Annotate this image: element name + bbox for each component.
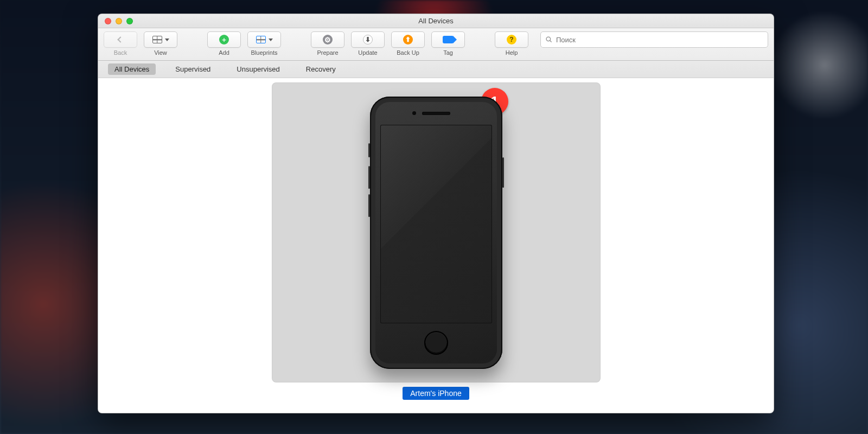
search-group <box>540 31 768 48</box>
prepare-group: ⚙ Prepare <box>311 31 344 56</box>
update-label: Update <box>358 49 377 56</box>
add-label: Add <box>219 49 229 56</box>
scope-bar: All Devices Supervised Unsupervised Reco… <box>98 61 774 78</box>
help-button[interactable]: ? <box>495 31 528 48</box>
phone-camera-icon <box>412 111 416 115</box>
backup-button[interactable]: ⬆ <box>391 31 425 48</box>
traffic-lights <box>105 18 133 24</box>
close-window-button[interactable] <box>105 18 111 24</box>
zoom-window-button[interactable] <box>126 18 133 24</box>
help-icon: ? <box>507 35 516 44</box>
tag-group: Tag <box>431 31 465 56</box>
view-label: View <box>154 49 167 56</box>
phone-volume-down-icon <box>368 194 370 217</box>
gear-icon: ⚙ <box>323 35 333 44</box>
blueprints-label: Blueprints <box>251 49 278 56</box>
svg-line-1 <box>550 41 552 42</box>
back-group: Back <box>104 31 137 56</box>
phone-screen-icon <box>380 125 492 323</box>
scope-all-devices[interactable]: All Devices <box>108 63 156 75</box>
toolbar: Back View ＋ Add Blueprints <box>98 28 774 61</box>
svg-point-0 <box>546 37 551 41</box>
blueprint-icon <box>256 36 266 43</box>
app-window: All Devices Back View ＋ Add <box>98 14 774 413</box>
backup-label: Back Up <box>397 49 419 56</box>
prepare-button[interactable]: ⚙ <box>311 31 344 48</box>
prepare-label: Prepare <box>317 49 338 56</box>
titlebar: All Devices <box>98 14 774 28</box>
search-input[interactable] <box>556 36 763 44</box>
chevron-down-icon <box>165 39 169 41</box>
window-title: All Devices <box>98 17 774 25</box>
add-button[interactable]: ＋ <box>207 31 241 48</box>
view-button[interactable] <box>144 31 177 48</box>
scope-recovery[interactable]: Recovery <box>299 63 342 75</box>
help-group: ? Help <box>495 31 528 56</box>
chevron-left-icon <box>117 36 123 42</box>
device-name-label[interactable]: Artem's iPhone <box>403 387 469 400</box>
phone-mute-switch-icon <box>368 143 370 157</box>
blueprints-button[interactable] <box>247 31 281 48</box>
scope-supervised[interactable]: Supervised <box>169 63 217 75</box>
back-button[interactable] <box>104 31 137 48</box>
tag-icon <box>443 36 454 43</box>
plus-icon: ＋ <box>219 35 229 44</box>
blueprints-group: Blueprints <box>247 31 281 56</box>
add-group: ＋ Add <box>207 31 241 56</box>
search-field[interactable] <box>540 31 768 48</box>
update-group: ⬇ Update <box>351 31 385 56</box>
help-label: Help <box>506 49 518 56</box>
scope-unsupervised[interactable]: Unsupervised <box>230 63 286 75</box>
back-label: Back <box>114 49 127 56</box>
chevron-down-icon <box>269 39 273 41</box>
upload-icon: ⬆ <box>403 35 413 44</box>
download-icon: ⬇ <box>363 35 373 44</box>
backup-group: ⬆ Back Up <box>391 31 425 56</box>
phone-power-button-icon <box>502 157 504 188</box>
search-icon <box>545 36 553 43</box>
phone-speaker-icon <box>422 112 450 115</box>
content-area: 1 Artem's iPhone <box>98 78 774 413</box>
phone-volume-up-icon <box>368 166 370 189</box>
view-group: View <box>144 31 177 56</box>
update-button[interactable]: ⬇ <box>351 31 385 48</box>
phone-home-button-icon <box>424 331 448 355</box>
device-card[interactable]: 1 <box>272 82 601 382</box>
tag-label: Tag <box>443 49 453 56</box>
device-thumbnail <box>370 97 502 369</box>
grid-icon <box>152 36 162 43</box>
minimize-window-button[interactable] <box>116 18 122 24</box>
tag-button[interactable] <box>431 31 465 48</box>
